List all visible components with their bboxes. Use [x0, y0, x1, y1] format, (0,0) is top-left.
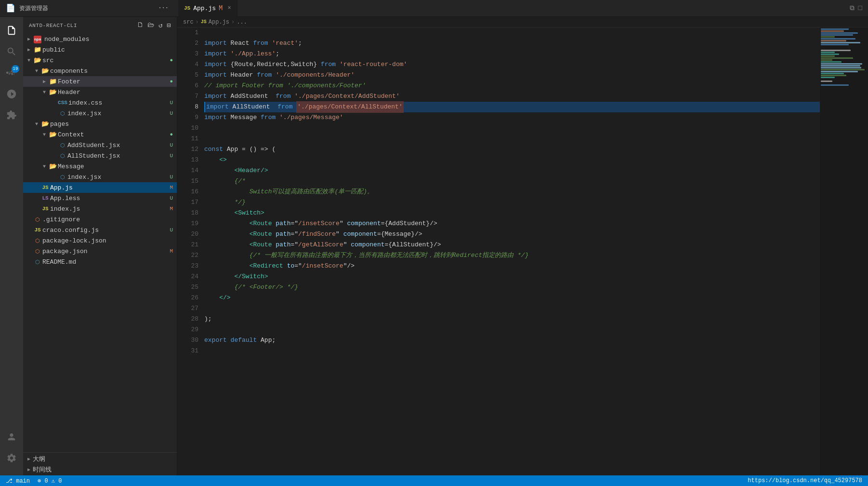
tree-item-status: M — [170, 206, 177, 212]
tab-appjs[interactable]: JS App.js M × — [178, 0, 237, 17]
tree-item-label: package.json — [42, 248, 88, 255]
tab-modified-indicator: M — [219, 4, 223, 12]
code-line-13: <> — [204, 155, 820, 165]
css-file-icon: CSS — [58, 100, 67, 106]
tree-item-label: index.css — [68, 99, 102, 107]
bottom-panels: ▶ 大纲 ▶ 时间线 — [23, 452, 177, 475]
tree-item-readme[interactable]: ⬡ README.md — [23, 256, 177, 267]
tree-item-allstudent[interactable]: ⬡ AllStudent.jsx U — [23, 150, 177, 161]
tree-item-header[interactable]: ▼ 📂 Header — [23, 87, 177, 97]
jsx-file-icon: ⬡ — [58, 153, 67, 159]
tree-item-cracojson[interactable]: JS craco.config.js U — [23, 225, 177, 235]
outline-panel[interactable]: ▶ 大纲 — [23, 454, 177, 464]
collapse-icon[interactable]: ⊟ — [167, 21, 171, 29]
arrow-icon: ▼ — [25, 58, 33, 63]
tree-item-context[interactable]: ▼ 📂 Context ● — [23, 129, 177, 140]
tab-close-button[interactable]: × — [227, 5, 231, 12]
timeline-panel[interactable]: ▶ 时间线 — [23, 464, 177, 475]
tree-item-components[interactable]: ▼ 📂 components — [23, 66, 177, 76]
tree-item-indexjsx2[interactable]: ⬡ index.jsx U — [23, 172, 177, 182]
tree-item-status: ● — [170, 79, 177, 84]
tree-item-label: Message — [58, 163, 84, 170]
tree-item-node-modules[interactable]: ▶ npm node_modules — [23, 34, 177, 44]
tree-item-label: public — [42, 46, 65, 54]
code-line-18: <Switch> — [204, 208, 820, 218]
code-editor[interactable]: import React from 'react'; import './App… — [202, 27, 820, 475]
js-file-icon: JS — [40, 206, 50, 212]
activity-source-control-icon[interactable]: 19 — [2, 63, 21, 82]
outline-label: 大纲 — [33, 455, 45, 463]
tree-item-label: README.md — [42, 258, 76, 266]
jsx-file-icon: ⬡ — [58, 142, 67, 148]
code-line-3: import './App.less'; — [204, 49, 820, 59]
code-line-17: */} — [204, 197, 820, 208]
tree-item-packagelock[interactable]: ⬡ package-lock.json — [23, 235, 177, 246]
tree-item-appjs[interactable]: JS App.js M — [23, 182, 177, 193]
git-file-icon: ⬡ — [33, 216, 42, 223]
breadcrumb-appjs: App.js — [209, 19, 229, 26]
status-bar: ⎇ main ⊗ 0 ⚠ 0 https://blog.csdn.net/qq_… — [0, 475, 868, 486]
code-line-16: Switch可以提高路由匹配效率(单一匹配)。 — [204, 187, 820, 197]
jsx-file-icon: ⬡ — [58, 110, 67, 117]
folder-icon: 📂 — [40, 67, 50, 75]
tree-item-gitignore[interactable]: ⬡ .gitignore — [23, 214, 177, 225]
tree-item-label: Header — [58, 89, 80, 96]
tree-item-status: ● — [170, 57, 177, 63]
tree-item-label: package-lock.json — [42, 237, 106, 244]
sidebar-file-tree: ▶ npm node_modules ▶ 📁 public ▼ 📂 src ● — [23, 34, 177, 452]
timeline-label: 时间线 — [33, 465, 52, 474]
main-layout: 19 ANTD-REACT-CLI 🗋 🗁 ↺ ⊟ — [0, 17, 868, 475]
tree-item-label: node_modules — [44, 36, 90, 43]
title-bar: 📄 资源管理器 ··· JS App.js M × ⧉ □ — [0, 0, 868, 17]
new-folder-icon[interactable]: 🗁 — [147, 21, 155, 29]
code-line-19: <Route path="/insetScore" component={Add… — [204, 218, 820, 229]
status-bar-branch[interactable]: ⎇ main — [6, 477, 30, 485]
code-line-26: </> — [204, 293, 820, 303]
tree-item-footer[interactable]: ▶ 📁 Footer ● — [23, 76, 177, 87]
activity-extensions-icon[interactable] — [2, 106, 21, 125]
tree-item-status: U — [170, 227, 177, 233]
title-bar-actions: ⧉ □ — [844, 4, 868, 12]
activity-explorer-icon[interactable] — [2, 21, 21, 40]
new-file-icon[interactable]: 🗋 — [137, 21, 144, 29]
tree-item-status: U — [170, 153, 177, 159]
refresh-icon[interactable]: ↺ — [158, 21, 163, 29]
json-file-icon: ⬡ — [33, 248, 42, 255]
tree-item-indexjsx1[interactable]: ⬡ index.jsx U — [23, 108, 177, 119]
activity-account-icon[interactable] — [2, 427, 21, 446]
activity-search-icon[interactable] — [2, 42, 21, 61]
tree-item-message[interactable]: ▼ 📂 Message — [23, 161, 177, 172]
tree-item-label: Footer — [58, 78, 80, 85]
sidebar: ANTD-REACT-CLI 🗋 🗁 ↺ ⊟ ▶ npm node_module… — [23, 17, 177, 475]
tree-item-pages[interactable]: ▼ 📂 pages — [23, 119, 177, 129]
sidebar-title-icons: 🗋 🗁 ↺ ⊟ — [137, 21, 171, 29]
tree-item-label: index.jsx — [67, 110, 101, 117]
tree-item-packagejson[interactable]: ⬡ package.json M — [23, 246, 177, 256]
less-file-icon: LS — [40, 195, 50, 201]
code-container[interactable]: 1 2 3 4 5 6 7 8 9 10 11 12 13 14 15 16 1… — [177, 27, 868, 475]
breadcrumb-dots: ... — [237, 19, 247, 26]
tree-item-status: M — [170, 185, 177, 190]
activity-run-icon[interactable] — [2, 84, 21, 104]
code-line-12: const App = () => ( — [204, 144, 820, 155]
arrow-icon: ▼ — [40, 164, 48, 169]
tree-item-appless[interactable]: LS App.less U — [23, 193, 177, 203]
folder-icon: npm — [33, 35, 42, 43]
split-editor-icon[interactable]: ⧉ — [850, 4, 855, 12]
tree-item-public[interactable]: ▶ 📁 public — [23, 44, 177, 55]
tree-item-indexjs[interactable]: JS index.js M — [23, 203, 177, 214]
explorer-title: 资源管理器 — [19, 4, 48, 13]
more-actions-icon[interactable]: ··· — [158, 5, 169, 12]
maximize-icon[interactable]: □ — [858, 4, 862, 12]
tree-item-indexcss[interactable]: CSS index.css U — [23, 97, 177, 108]
code-line-21: <Route path="/getAllScore" component={Al… — [204, 240, 820, 250]
code-line-2: import React from 'react'; — [204, 38, 820, 49]
activity-bar: 19 — [0, 17, 23, 475]
status-bar-errors[interactable]: ⊗ 0 ⚠ 0 — [38, 477, 62, 485]
activity-settings-icon[interactable] — [2, 448, 21, 468]
tree-item-addstudent[interactable]: ⬡ AddStudent.jsx U — [23, 140, 177, 150]
tree-item-src[interactable]: ▼ 📂 src ● — [23, 55, 177, 66]
code-line-24: </Switch> — [204, 271, 820, 282]
arrow-icon: ▼ — [40, 90, 48, 95]
code-line-8: import AllStudent from './pages/Context/… — [204, 102, 820, 112]
